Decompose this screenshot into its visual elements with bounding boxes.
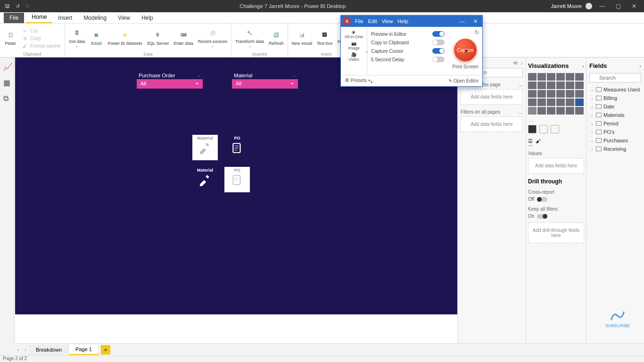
cursor-icon: ➤ <box>464 48 468 53</box>
sp-close-button[interactable]: ✕ <box>471 18 479 25</box>
format-icon[interactable]: 🖌 <box>536 138 541 146</box>
viz-fields-tab[interactable] <box>528 125 537 133</box>
chevron-down-icon[interactable]: ⌄ <box>197 73 201 78</box>
transform-data-button[interactable]: 🔧Transform data⌄ <box>233 27 266 49</box>
sp-minimize-button[interactable]: — <box>458 18 466 24</box>
tab-home[interactable]: Home <box>26 12 52 23</box>
filters-page-well[interactable]: Add data fields here <box>461 89 523 105</box>
field-table-item[interactable]: ⌄Period <box>589 119 641 128</box>
filters-all-well[interactable]: Add data fields here <box>461 116 523 132</box>
sql-server-button[interactable]: 🛢SQL Server <box>145 29 171 47</box>
save-icon[interactable]: 🖫 <box>5 3 10 9</box>
page-tab-page1[interactable]: Page 1 <box>69 345 99 355</box>
minimize-button[interactable]: — <box>596 3 608 9</box>
more-icon[interactable]: … <box>518 109 523 115</box>
sp-cursor-toggle[interactable] <box>432 48 445 54</box>
slicer-material-dropdown[interactable]: All <box>232 79 298 89</box>
sp-opt-copy-label: Copy to Clipboard <box>371 40 409 45</box>
viz-analytics-tab[interactable] <box>551 125 559 133</box>
page-tab-breakdown[interactable]: Breakdown <box>29 345 69 354</box>
cut-button[interactable]: ✂Cut <box>20 27 63 34</box>
slicer-purchase-order[interactable]: Purchase Order⌄ All <box>137 72 203 89</box>
tile-po[interactable]: PO <box>224 135 250 160</box>
chevron-right-icon[interactable]: › <box>639 63 641 69</box>
chevron-right-icon[interactable]: › <box>582 63 584 69</box>
tile-material-selected[interactable]: Material <box>192 135 218 160</box>
refresh-button[interactable]: 🔄Refresh <box>267 29 286 47</box>
tile-material[interactable]: Material <box>192 167 218 192</box>
maximize-button[interactable]: ▢ <box>612 3 624 9</box>
sp-menu-view[interactable]: View <box>382 18 393 24</box>
get-data-button[interactable]: 🗄Get data⌄ <box>67 27 87 49</box>
field-table-item[interactable]: ⌄Date <box>589 102 641 111</box>
fields-search-input[interactable] <box>589 73 641 82</box>
tab-file[interactable]: File <box>4 13 24 23</box>
format-painter-button[interactable]: 🖌Format painter <box>20 42 63 49</box>
field-table-item[interactable]: ⌄Materials <box>589 111 641 119</box>
group-data: Data <box>67 52 229 57</box>
page-next-button[interactable]: › <box>22 347 29 353</box>
drill-well[interactable]: Add drill-through fields here <box>528 222 584 243</box>
sp-mode-video[interactable]: 🎥Video <box>348 51 359 63</box>
user-name[interactable]: Jarrett Moore <box>551 3 582 9</box>
eye-icon[interactable]: 👁 <box>513 60 518 66</box>
sp-menu-help[interactable]: Help <box>397 18 408 24</box>
field-table-item[interactable]: ⌄Receiving <box>589 145 641 153</box>
fields-icon[interactable]: ☰ <box>528 138 533 146</box>
sp-titlebar[interactable]: S File Edit View Help — ✕ <box>341 16 482 27</box>
viz-gallery[interactable] <box>528 73 584 115</box>
more-icon[interactable]: … <box>518 82 523 87</box>
field-table-item[interactable]: ⌄Measures Used <box>589 85 641 94</box>
sp-refresh-icon[interactable]: ↻ <box>474 29 482 36</box>
slicer-material[interactable]: Material⌄ All <box>232 72 298 89</box>
recent-sources-button[interactable]: 🕘Recent sources⌄ <box>196 27 230 49</box>
copy-button[interactable]: ⧉Copy <box>20 34 63 42</box>
field-table-item[interactable]: ⌄Purchases <box>589 136 641 145</box>
slicer-po-dropdown[interactable]: All <box>137 79 203 89</box>
screenpresso-window[interactable]: S File Edit View Help — ✕ ◉All-in-One 📷I… <box>340 15 483 87</box>
paste-button[interactable]: 📋Paste <box>2 29 19 47</box>
viz-format-tab[interactable] <box>539 125 548 133</box>
text-box-button[interactable]: 🅰Text box <box>315 29 335 47</box>
cross-report-toggle[interactable] <box>537 197 547 202</box>
report-view-icon[interactable]: 📈 <box>3 62 11 70</box>
sp-delay-toggle[interactable] <box>432 57 445 62</box>
sp-menu-file[interactable]: File <box>355 18 363 24</box>
data-view-icon[interactable]: ▦ <box>3 78 11 86</box>
values-well[interactable]: Add data fields here <box>528 158 584 173</box>
page-prev-button[interactable]: ‹ <box>14 347 22 353</box>
sp-capture-button[interactable]: Capture➤ <box>454 39 477 61</box>
sp-menu-edit[interactable]: Edit <box>368 18 377 24</box>
field-table-item[interactable]: ⌄PO's <box>589 128 641 136</box>
excel-button[interactable]: ▦Excel <box>88 29 105 47</box>
subscribe-badge[interactable]: SUBSCRIBE <box>605 309 630 328</box>
sp-copy-toggle[interactable] <box>432 40 445 45</box>
enter-data-button[interactable]: ⌨Enter data <box>172 29 195 47</box>
model-view-icon[interactable]: ⧉ <box>3 94 11 102</box>
sp-mode-allinone[interactable]: ◉All-in-One <box>344 29 363 40</box>
sp-opt-preview-label: Preview in Editor <box>371 32 406 37</box>
close-button[interactable]: ✕ <box>628 3 640 9</box>
sp-mode-image[interactable]: 📷Image <box>348 40 360 51</box>
field-table-item[interactable]: ⌄Billing <box>589 94 641 102</box>
chevron-down-icon[interactable]: ⌄ <box>292 73 296 78</box>
tile-po-selected[interactable]: PO <box>224 167 250 192</box>
pbi-datasets-button[interactable]: ▤Power BI datasets <box>106 29 144 47</box>
keep-filters-toggle[interactable] <box>537 214 547 219</box>
new-visual-button[interactable]: 📊New visual <box>290 29 314 47</box>
chevron-right-icon[interactable]: › <box>366 49 368 55</box>
avatar[interactable] <box>586 3 592 9</box>
tab-modeling[interactable]: Modeling <box>78 13 112 23</box>
report-canvas[interactable]: Purchase Order⌄ All Material⌄ All Materi… <box>15 58 457 314</box>
sp-presets-button[interactable]: ⚙ Presets +▾ <box>345 77 372 84</box>
tab-view[interactable]: View <box>112 13 136 23</box>
add-page-button[interactable]: + <box>101 345 110 354</box>
tab-help[interactable]: Help <box>136 13 159 23</box>
more-icon[interactable]: … <box>528 117 584 123</box>
sp-preview-toggle[interactable] <box>432 31 445 37</box>
undo-icon[interactable]: ↺ <box>16 3 20 9</box>
redo-icon[interactable]: ↻ <box>25 3 30 9</box>
chevron-right-icon[interactable]: › <box>521 60 523 66</box>
tab-insert[interactable]: Insert <box>52 13 78 23</box>
sp-open-editor-button[interactable]: ✎ Open Editor <box>448 78 479 83</box>
